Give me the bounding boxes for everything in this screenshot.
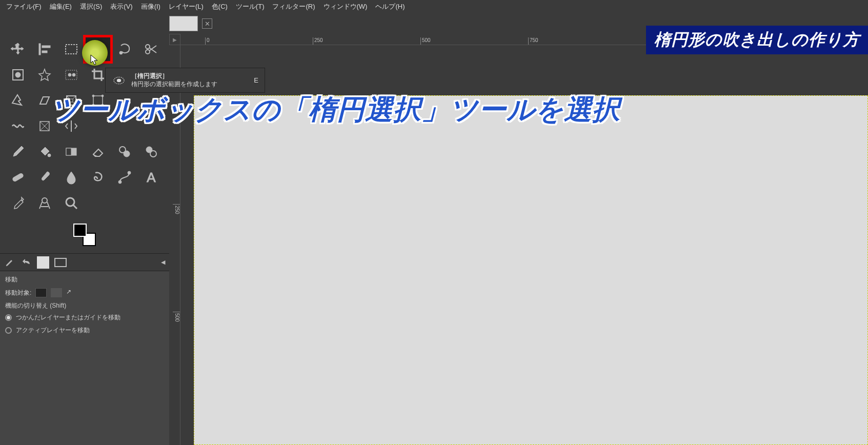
blur-tool[interactable] [58, 165, 84, 190]
svg-point-5 [119, 51, 123, 54]
fuzzy-select-tool[interactable] [32, 63, 57, 87]
svg-point-26 [124, 151, 130, 157]
svg-point-34 [66, 198, 74, 206]
svg-point-33 [42, 198, 47, 203]
foreground-color[interactable] [73, 224, 87, 237]
svg-point-30 [118, 180, 122, 184]
menu-item[interactable]: 選択(S) [76, 0, 106, 13]
menu-item[interactable]: 色(C) [208, 0, 232, 13]
eraser-tool[interactable] [85, 139, 111, 164]
brush-tool[interactable] [32, 165, 57, 190]
color-swatch[interactable] [0, 218, 169, 253]
tooltip-shortcut: E [254, 76, 258, 84]
svg-point-12 [72, 73, 75, 76]
heal-tool[interactable] [138, 139, 164, 164]
rect-select-tool[interactable] [58, 37, 84, 62]
svg-point-9 [15, 72, 21, 77]
bandage-tool[interactable] [5, 165, 31, 190]
tool-options-header: ◀ [0, 253, 169, 271]
align-tool[interactable] [32, 37, 57, 62]
menu-item[interactable]: 編集(E) [46, 0, 76, 13]
tool-options-title: 移動 [5, 275, 164, 284]
svg-rect-2 [42, 51, 47, 53]
svg-text:A: A [147, 170, 156, 185]
tool-tooltip: ［楕円選択］ 楕円形の選択範囲を作成します E [105, 68, 265, 93]
instruction-text: ツールボックスの「楕円選択」ツールを選択 [51, 91, 620, 129]
menu-item[interactable]: ファイル(F) [2, 0, 46, 13]
lasso-tool[interactable] [112, 37, 137, 62]
menu-item[interactable]: ヘルプ(H) [371, 0, 409, 13]
canvas[interactable] [194, 95, 868, 445]
tooltip-title: ［楕円選択］ [131, 72, 249, 80]
zoom-tool[interactable] [58, 191, 84, 215]
radio-active-layer[interactable] [5, 327, 12, 334]
video-title-banner: 楕円形の吹き出しの作り方 [646, 26, 868, 54]
picker-tool[interactable] [5, 191, 31, 215]
menu-item[interactable]: ウィンドウ(W) [319, 0, 372, 13]
current-tool-preview [37, 256, 49, 269]
tooltip-desc: 楕円形の選択範囲を作成します [131, 80, 249, 89]
bucket-tool[interactable] [32, 139, 57, 164]
svg-point-28 [150, 151, 156, 157]
menu-item[interactable]: フィルター(R) [268, 0, 319, 13]
transform-tool[interactable] [5, 88, 31, 113]
move-target-path[interactable]: ↗ [66, 288, 77, 297]
menu-item[interactable]: 表示(V) [106, 0, 136, 13]
path-tool[interactable] [112, 165, 137, 190]
clone-tool[interactable] [112, 139, 137, 164]
undo-icon[interactable] [21, 257, 32, 268]
svg-point-22 [48, 154, 51, 157]
ink-tool[interactable] [5, 139, 31, 164]
move-target-selection[interactable] [51, 288, 62, 297]
click-indicator [82, 40, 108, 66]
warp-tool[interactable] [5, 114, 31, 138]
menu-item[interactable]: ツール(T) [232, 0, 269, 13]
svg-point-36 [117, 78, 121, 82]
svg-point-11 [68, 73, 71, 76]
edit-icon[interactable] [4, 257, 15, 268]
toggle-label: 機能の切り替え (Shift) [5, 301, 164, 310]
move-tool[interactable] [5, 37, 31, 62]
radio-pick-layer[interactable] [5, 314, 12, 321]
svg-rect-1 [42, 46, 50, 48]
measure-tool[interactable] [32, 191, 57, 215]
tool-options-panel: 移動 移動対象: ↗ 機能の切り替え (Shift) つかんだレイヤーまたはガイ… [0, 271, 169, 445]
svg-rect-3 [66, 45, 77, 54]
svg-rect-24 [66, 148, 71, 155]
menu-item[interactable]: レイヤー(L) [165, 0, 208, 13]
by-color-select-tool[interactable] [58, 63, 84, 87]
svg-point-31 [128, 171, 131, 174]
close-tab-button[interactable]: ✕ [202, 18, 212, 29]
document-tab[interactable] [169, 16, 198, 31]
ellipse-select-icon [112, 75, 126, 86]
move-target-layer[interactable] [35, 288, 47, 297]
move-target-label: 移動対象: [5, 289, 31, 297]
screen-icon[interactable] [54, 258, 67, 267]
options-menu-icon[interactable]: ◀ [161, 259, 165, 266]
text-tool[interactable]: A [138, 165, 164, 190]
foreground-select-tool[interactable] [5, 63, 31, 87]
smudge-tool[interactable] [85, 165, 111, 190]
svg-rect-29 [12, 173, 24, 182]
scissors-tool[interactable] [138, 37, 164, 62]
ruler-corner[interactable]: ▶ [169, 34, 180, 45]
svg-rect-0 [39, 44, 41, 55]
gradient-tool[interactable] [58, 139, 84, 164]
menu-item[interactable]: 画像(I) [137, 0, 165, 13]
menu-bar: ファイル(F)編集(E)選択(S)表示(V)画像(I)レイヤー(L)色(C)ツー… [0, 0, 868, 13]
